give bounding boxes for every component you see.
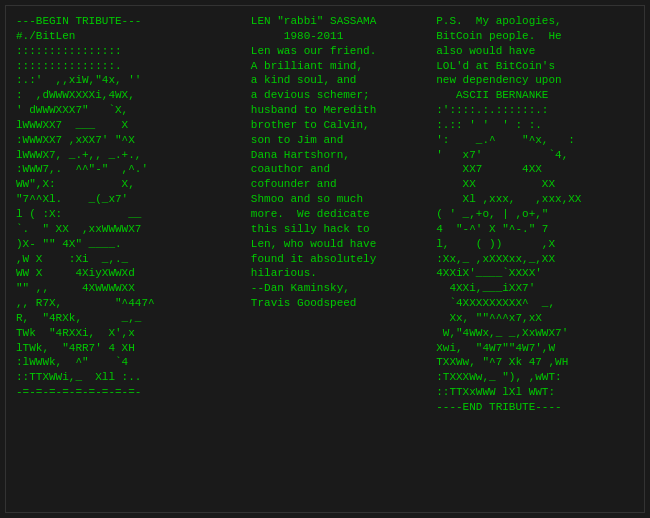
terminal-window: ---BEGIN TRIBUTE--- #./BitLen ::::::::::… xyxy=(5,5,645,513)
column-2-tribute-text: LEN "rabbi" SASSAMA 1980-2011 Len was ou… xyxy=(251,14,436,504)
column-3-postscript: P.S. My apologies, BitCoin people. He al… xyxy=(436,14,634,504)
column-1-ascii-art: ---BEGIN TRIBUTE--- #./BitLen ::::::::::… xyxy=(16,14,251,504)
content-area: ---BEGIN TRIBUTE--- #./BitLen ::::::::::… xyxy=(16,14,634,504)
